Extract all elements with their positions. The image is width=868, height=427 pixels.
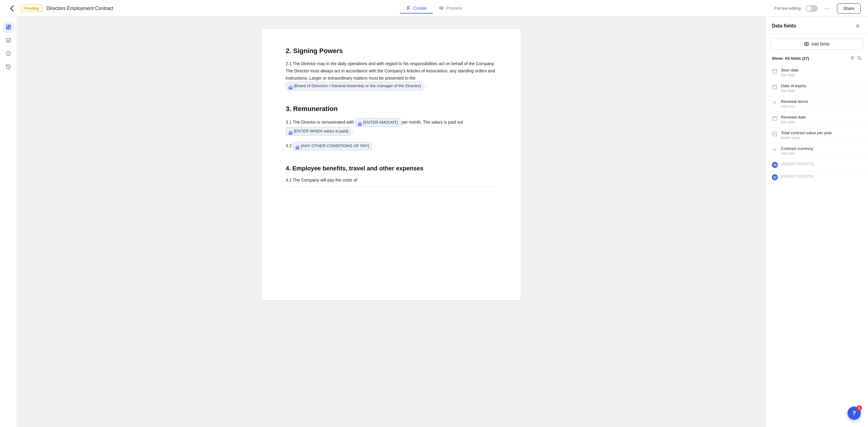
filter-icon[interactable] xyxy=(850,56,855,61)
field-item-name-renewal-terms: Renewal terms xyxy=(781,99,862,104)
field-item-value-renewal-date: Set date xyxy=(781,120,862,124)
back-button[interactable] xyxy=(7,4,17,13)
field-item-name-renewal-date: Renewal date xyxy=(781,115,862,119)
topbar-left: Pending Directors Employment Contract xyxy=(7,4,113,13)
svg-point-1 xyxy=(441,7,442,8)
field-item-value-start-date: Set date xyxy=(781,73,862,77)
field-item-name-contract-currency: Contract currency xyxy=(781,146,862,151)
search-icon[interactable] xyxy=(857,56,862,61)
field-item-icon-start-date xyxy=(772,68,778,74)
tab-create[interactable]: Create xyxy=(400,3,433,13)
section-2: 2. Signing Powers 2.1 The Director may i… xyxy=(286,47,497,90)
share-button[interactable]: Share xyxy=(837,3,861,13)
svg-rect-4 xyxy=(9,27,10,29)
field-item-icon-date-of-expiry xyxy=(772,84,778,90)
section-3-body-1: 3.1 The Director is remunerated with [EN… xyxy=(286,118,497,136)
field-badge-insert-courts-25: 25 xyxy=(772,162,778,168)
other-conditions-field[interactable]: [ANY OTHER CONDITIONS OF PAY] xyxy=(293,142,372,150)
document-area: 2. Signing Powers 2.1 The Director may i… xyxy=(17,17,766,427)
field-item-date-of-expiry[interactable]: Date of expiry Set date xyxy=(766,81,868,96)
field-item-name-start-date: Start date xyxy=(781,68,862,72)
field-item-name-total-contract-value: Total contract value per year xyxy=(781,130,862,135)
create-tab-label: Create xyxy=(413,5,427,10)
field-item-icon-contract-currency xyxy=(772,147,778,153)
section-3: 3. Remuneration 3.1 The Director is remu… xyxy=(286,105,497,150)
field-item-content-insert-courts-25: [INSERT COURTS] xyxy=(781,162,862,166)
field-item-renewal-date[interactable]: Renewal date Set date xyxy=(766,112,868,127)
doc-title: Directors Employment Contract xyxy=(46,6,113,11)
enter-amount-field[interactable]: [ENTER AMOUNT] xyxy=(355,118,401,127)
svg-rect-2 xyxy=(6,25,8,27)
sidebar-icon-history[interactable] xyxy=(3,62,14,72)
add-fields-button[interactable]: Add fields xyxy=(771,38,863,50)
show-label: Show: All fields (27) xyxy=(772,56,809,61)
section-separator xyxy=(286,186,497,187)
section-4-body: 4.1 The Company will pay the costs of: xyxy=(286,177,497,184)
section-4: 4. Employee benefits, travel and other e… xyxy=(286,165,497,187)
section-3-title: 3. Remuneration xyxy=(286,105,497,113)
field-item-start-date[interactable]: Start date Set date xyxy=(766,65,868,81)
field-item-content-start-date: Start date Set date xyxy=(781,68,862,77)
field-item-content-date-of-expiry: Date of expiry Set date xyxy=(781,84,862,93)
tab-preview[interactable]: Preview xyxy=(433,3,468,13)
svg-rect-3 xyxy=(9,25,10,26)
svg-rect-11 xyxy=(772,85,777,89)
all-fields-label[interactable]: All fields xyxy=(785,56,801,61)
field-item-contract-currency[interactable]: Contract currency Add text xyxy=(766,143,868,159)
section-2-title: 2. Signing Powers xyxy=(286,47,497,55)
field-item-value-insert-courts-25: [INSERT COURTS] xyxy=(781,162,862,166)
preview-tab-label: Preview xyxy=(446,5,462,10)
field-item-icon-renewal-terms xyxy=(772,100,778,106)
field-item-icon-total-contract-value xyxy=(772,131,778,137)
topbar: Pending Directors Employment Contract Cr… xyxy=(0,0,868,17)
field-item-value-contract-currency: Add text xyxy=(781,151,862,156)
status-badge[interactable]: Pending xyxy=(21,4,43,12)
field-icon-conditions xyxy=(296,144,300,148)
field-item-value-date-of-expiry: Set date xyxy=(781,89,862,93)
enter-when-field[interactable]: [ENTER WHEN salary is paid] xyxy=(286,127,351,136)
panel-title: Data fields xyxy=(772,23,796,29)
svg-rect-6 xyxy=(6,39,10,42)
add-fields-label: Add fields xyxy=(811,41,830,47)
sidebar-icon-check[interactable] xyxy=(3,35,14,46)
board-directors-field[interactable]: [Board of Directors / General Assembly o… xyxy=(286,82,424,90)
field-item-value-insert-courts-22: [INSERT COURTS] xyxy=(781,174,862,179)
help-button[interactable]: 6 ? xyxy=(847,406,861,420)
field-item-content-contract-currency: Contract currency Add text xyxy=(781,146,862,156)
sidebar-icon-layout[interactable] xyxy=(3,22,14,33)
main-layout: 2. Signing Powers 2.1 The Director may i… xyxy=(0,17,868,427)
svg-rect-5 xyxy=(6,28,8,29)
panel-close-button[interactable] xyxy=(854,22,862,30)
field-item-content-total-contract-value: Total contract value per year Insert val… xyxy=(781,130,862,140)
more-options-button[interactable]: ··· xyxy=(823,4,832,13)
full-text-editing-label: Full text editing xyxy=(774,6,801,10)
field-item-content-renewal-terms: Renewal terms Add text xyxy=(781,99,862,109)
fields-list: Start date Set date Date of expiry Set d… xyxy=(766,64,868,427)
field-item-icon-renewal-date xyxy=(772,116,778,122)
field-badge-insert-courts-22: 22 xyxy=(772,174,778,180)
field-icon-board xyxy=(288,84,293,88)
document-paper: 2. Signing Powers 2.1 The Director may i… xyxy=(261,29,521,300)
field-item-value-total-contract-value: Insert value xyxy=(781,136,862,140)
topbar-center-tabs: Create Preview xyxy=(400,3,468,13)
panel-header: Data fields xyxy=(766,17,868,34)
section-3-body-2: 3.2 [ANY OTHER CONDITIONS OF PAY] xyxy=(286,142,497,150)
show-controls xyxy=(850,56,862,61)
help-label: ? xyxy=(852,410,856,417)
right-panel: Data fields Add fields Show: All fields … xyxy=(766,17,868,427)
help-badge: 6 xyxy=(857,405,862,411)
sidebar-icon-info[interactable] xyxy=(3,48,14,59)
svg-rect-10 xyxy=(772,69,777,73)
field-icon-amount xyxy=(358,121,362,125)
full-text-editing-toggle[interactable] xyxy=(806,5,818,12)
svg-rect-12 xyxy=(772,116,777,120)
field-item-insert-courts-22[interactable]: 22 [INSERT COURTS] xyxy=(766,171,868,183)
field-icon-when xyxy=(288,129,293,133)
field-item-name-date-of-expiry: Date of expiry xyxy=(781,84,862,88)
field-item-insert-courts-25[interactable]: 25 [INSERT COURTS] xyxy=(766,159,868,171)
field-item-content-insert-courts-22: [INSERT COURTS] xyxy=(781,174,862,179)
fields-count: (27) xyxy=(802,56,809,61)
field-item-renewal-terms[interactable]: Renewal terms Add text xyxy=(766,96,868,112)
show-bar: Show: All fields (27) xyxy=(766,54,868,64)
field-item-total-contract-value[interactable]: Total contract value per year Insert val… xyxy=(766,127,868,143)
